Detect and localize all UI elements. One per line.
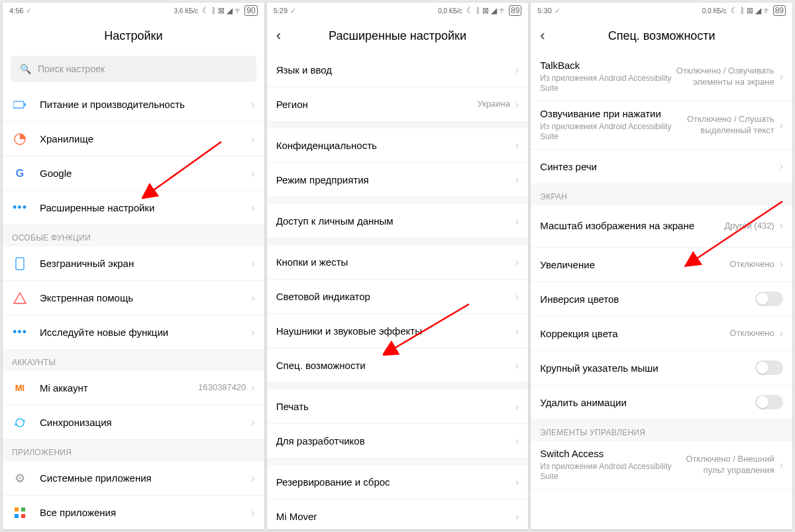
status-check-icon: ✓	[555, 7, 560, 15]
chevron-right-icon: ›	[515, 360, 519, 372]
chevron-right-icon: ›	[780, 119, 783, 131]
back-button[interactable]: ‹	[540, 27, 545, 44]
section-screen: ЭКРАН	[531, 184, 792, 205]
chevron-right-icon: ›	[515, 256, 519, 268]
page-header: ‹ Расширенные настройки	[267, 19, 529, 53]
page-title: Настройки	[104, 29, 162, 43]
row-remove-animations[interactable]: Удалить анимации	[531, 386, 792, 420]
row-led[interactable]: Световой индикатор›	[267, 280, 529, 314]
svg-rect-1	[25, 103, 26, 106]
chevron-right-icon: ›	[515, 476, 519, 488]
chevron-right-icon: ›	[780, 71, 783, 83]
search-icon: 🔍	[20, 64, 31, 74]
toggle-switch[interactable]	[755, 395, 783, 409]
row-privacy[interactable]: Конфиденциальность›	[267, 129, 529, 163]
row-accessibility[interactable]: Спец. возможности›	[267, 348, 529, 383]
search-placeholder: Поиск настроек	[38, 64, 105, 74]
status-time: 5:29	[274, 7, 288, 15]
battery-icon	[12, 97, 28, 113]
row-mi-mover[interactable]: Mi Mover›	[267, 500, 529, 529]
toggle-switch[interactable]	[755, 292, 783, 306]
row-power[interactable]: Питание и производительность ›	[3, 87, 264, 122]
statusbar: 5:30 ✓ 0,0 КБ/с ☾ᛒ⊠◢ᯤ89	[531, 3, 792, 19]
apps-icon	[12, 505, 28, 521]
explore-icon: •••	[12, 325, 28, 341]
row-system-apps[interactable]: ⚙ Системные приложения ›	[3, 461, 264, 496]
mi-icon: MI	[12, 380, 28, 396]
row-storage[interactable]: Хранилище ›	[3, 122, 264, 156]
row-mi-account[interactable]: MI Mi аккаунт 1630387420 ›	[3, 371, 264, 405]
row-enterprise[interactable]: Режим предприятия›	[267, 163, 529, 197]
row-tts[interactable]: Синтез речи›	[531, 150, 792, 184]
chevron-right-icon: ›	[251, 472, 254, 484]
row-advanced[interactable]: ••• Расширенные настройки ›	[3, 191, 264, 225]
status-icons: ☾ᛒ⊠◢ᯤ89	[466, 5, 521, 16]
chevron-right-icon: ›	[251, 382, 254, 394]
row-fullscreen[interactable]: Безграничный экран ›	[3, 246, 264, 281]
row-color-inversion[interactable]: Инверсия цветов	[531, 282, 792, 317]
chevron-right-icon: ›	[251, 292, 254, 304]
row-large-pointer[interactable]: Крупный указатель мыши	[531, 351, 792, 386]
row-personal-data[interactable]: Доступ к личным данным›	[267, 204, 529, 239]
chevron-right-icon: ›	[780, 459, 783, 471]
chevron-right-icon: ›	[515, 99, 519, 111]
chevron-right-icon: ›	[251, 417, 254, 429]
search-input[interactable]: 🔍 Поиск настроек	[11, 56, 256, 82]
chevron-right-icon: ›	[515, 401, 519, 413]
row-display-size[interactable]: Масштаб изображения на экране Другой (43…	[531, 205, 792, 248]
screen-accessibility: 5:30 ✓ 0,0 КБ/с ☾ᛒ⊠◢ᯤ89 ‹ Спец. возможно…	[531, 3, 792, 529]
chevron-right-icon: ›	[780, 220, 783, 232]
row-backup-reset[interactable]: Резервирование и сброс›	[267, 465, 529, 500]
status-net: 3,6 КБ/с	[174, 7, 198, 15]
row-talkback[interactable]: TalkBackИз приложения Android Accessibil…	[531, 53, 792, 101]
page-title: Спец. возможности	[608, 29, 716, 43]
toggle-switch[interactable]	[755, 360, 783, 375]
google-icon: G	[12, 166, 28, 182]
chevron-right-icon: ›	[780, 327, 783, 339]
sync-icon	[12, 415, 28, 431]
back-button[interactable]: ‹	[276, 27, 281, 44]
screen-settings: 4:56 ✓ 3,6 КБ/с ☾ᛒ⊠◢ᯤ90 Настройки 🔍 Поис…	[3, 3, 264, 529]
row-region[interactable]: РегионУкраина›	[267, 87, 529, 122]
page-header: ‹ Спец. возможности	[531, 19, 792, 53]
row-switch-access[interactable]: Switch AccessИз приложения Android Acces…	[531, 441, 792, 490]
status-check-icon: ✓	[290, 7, 296, 15]
svg-rect-6	[15, 514, 19, 518]
status-icons: ☾ᛒ⊠◢ᯤ90	[202, 5, 257, 16]
status-time: 5:30	[537, 7, 551, 15]
row-language[interactable]: Язык и ввод›	[267, 53, 529, 87]
fullscreen-icon	[12, 256, 28, 272]
svg-rect-0	[13, 101, 24, 108]
storage-icon	[12, 131, 28, 147]
chevron-right-icon: ›	[251, 327, 254, 339]
more-icon: •••	[12, 200, 28, 216]
statusbar: 4:56 ✓ 3,6 КБ/с ☾ᛒ⊠◢ᯤ90	[3, 3, 264, 19]
row-color-correction[interactable]: Коррекция цветаОтключено›	[531, 317, 792, 351]
section-accounts: АККАУНТЫ	[3, 350, 264, 371]
row-google[interactable]: G Google ›	[3, 156, 264, 191]
row-magnification[interactable]: УвеличениеОтключено›	[531, 248, 792, 282]
chevron-right-icon: ›	[515, 215, 519, 227]
row-headphones[interactable]: Наушники и звуковые эффекты›	[267, 314, 529, 348]
row-select-to-speak[interactable]: Озвучивание при нажатииИз приложения And…	[531, 101, 792, 150]
row-print[interactable]: Печать›	[267, 390, 529, 424]
row-sync[interactable]: Синхронизация ›	[3, 405, 264, 440]
row-explore[interactable]: ••• Исследуйте новые функции ›	[3, 315, 264, 350]
chevron-right-icon: ›	[515, 64, 519, 76]
svg-rect-4	[15, 507, 19, 511]
row-buttons-gestures[interactable]: Кнопки и жесты›	[267, 245, 529, 280]
chevron-right-icon: ›	[251, 202, 254, 214]
row-developer[interactable]: Для разработчиков›	[267, 424, 529, 458]
chevron-right-icon: ›	[780, 258, 783, 270]
chevron-right-icon: ›	[515, 435, 519, 447]
chevron-right-icon: ›	[780, 160, 783, 172]
page-title: Расширенные настройки	[329, 29, 466, 43]
svg-rect-7	[21, 514, 25, 518]
row-all-apps[interactable]: Все приложения ›	[3, 496, 264, 529]
chevron-right-icon: ›	[251, 168, 254, 180]
status-net: 0,0 КБ/с	[702, 7, 727, 15]
chevron-right-icon: ›	[515, 140, 519, 152]
row-sos[interactable]: Экстренная помощь ›	[3, 281, 264, 315]
chevron-right-icon: ›	[251, 133, 254, 145]
screen-advanced: 5:29 ✓ 0,0 КБ/с ☾ᛒ⊠◢ᯤ89 ‹ Расширенные на…	[267, 3, 529, 529]
